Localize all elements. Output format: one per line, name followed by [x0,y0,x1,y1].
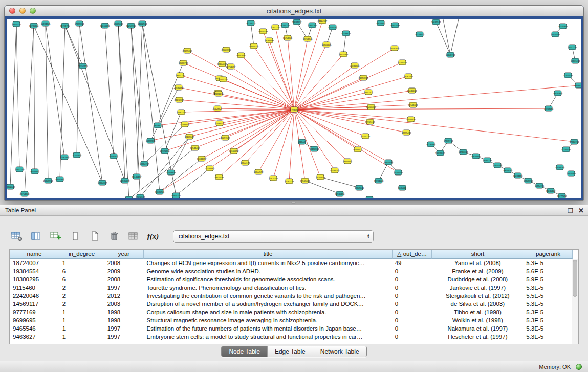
graph-node[interactable]: 12754702 [219,77,228,82]
table-row[interactable]: 1456911722003Disruption of a novel membe… [10,300,572,308]
graph-node[interactable]: 10931151 [271,25,280,30]
graph-edge[interactable] [187,51,294,110]
graph-node[interactable]: 17999354 [75,21,84,26]
graph-edge[interactable] [320,177,359,188]
graph-node[interactable]: 20128927 [213,106,223,111]
graph-node[interactable]: 18945951 [30,169,40,174]
graph-node[interactable]: 11282990 [60,155,70,160]
graph-edge[interactable] [294,110,411,119]
graph-edge[interactable] [160,159,202,192]
tab-network-table[interactable]: Network Table [313,346,366,357]
graph-node[interactable]: 19248602 [415,32,425,37]
graph-edge[interactable] [436,22,450,55]
graph-node[interactable]: 14704904 [567,171,576,176]
graph-node[interactable]: 16648704 [446,52,455,57]
graph-node[interactable]: 19302049 [7,184,15,189]
graph-edge[interactable] [165,112,181,151]
graph-edge[interactable] [294,65,355,110]
graph-node[interactable]: 18530212 [12,21,21,27]
graph-node[interactable]: 21926974 [160,148,170,154]
graph-node[interactable]: 17095603 [316,174,325,180]
column-header-pagerank[interactable]: pagerank [524,250,573,259]
graph-node[interactable]: 19277434 [571,58,580,63]
graph-node[interactable]: 14595043 [330,168,340,173]
graph-edge[interactable] [118,24,125,181]
splitter-grip-icon[interactable] [291,202,296,204]
graph-node[interactable]: 18301752 [176,73,185,78]
delete-trash-icon[interactable] [107,230,121,243]
graph-node[interactable]: 16406309 [366,104,376,110]
graph-node[interactable]: 19760354 [558,24,568,29]
graph-edge[interactable] [65,26,83,66]
table-row[interactable]: 946362711997Embryonic stem cells: a mode… [10,333,572,341]
graph-edge[interactable] [294,110,406,133]
graph-node[interactable]: 15824947 [376,20,386,26]
graph-node[interactable]: 1724092 [290,107,299,112]
graph-node[interactable]: 14662554 [138,21,147,26]
graph-node[interactable]: 19165527 [185,134,194,139]
column-header-year[interactable]: year [104,250,144,259]
graph-edge[interactable] [294,54,343,110]
table-settings-icon[interactable] [10,230,24,243]
graph-node[interactable]: 11731795 [60,23,70,28]
graph-node[interactable]: 14834903 [350,63,360,68]
graph-node[interactable]: 22495309 [183,48,192,53]
graph-edge[interactable] [79,24,102,183]
graph-edge[interactable] [294,110,388,162]
graph-edge[interactable] [183,63,294,110]
graph-node[interactable]: 18495497 [343,159,353,164]
graph-node[interactable]: 19647521 [364,90,374,95]
graph-edge[interactable] [16,24,19,169]
graph-node[interactable]: 12925375 [269,176,278,181]
graph-edge[interactable] [442,19,450,55]
graph-node[interactable]: 19088739 [179,60,188,65]
graph-edge[interactable] [105,26,114,156]
tab-edge-table[interactable]: Edge Table [268,346,313,357]
graph-node[interactable]: 16049404 [394,170,403,175]
graph-node[interactable]: 17544382 [205,166,215,171]
graph-node[interactable]: 19915168 [365,119,375,124]
graph-node[interactable]: 21853904 [359,75,368,80]
graph-node[interactable]: 23325241 [124,196,134,198]
column-header-title[interactable]: title [144,250,393,259]
graph-node[interactable]: 10854721 [535,183,545,188]
table-row[interactable]: 1872400712008Changes of HCN gene express… [10,259,572,267]
graph-node[interactable]: 17210704 [570,139,579,144]
graph-node[interactable]: 22204124 [361,134,371,139]
graph-node[interactable]: 16092090 [236,53,246,58]
graph-node[interactable]: 15284945 [41,21,51,26]
table-row[interactable]: 1830029562008Estimation of significance … [10,275,572,283]
table-row[interactable]: 977716911998Corpus callosum shape and si… [10,308,572,316]
graph-node[interactable]: 19734903 [339,52,349,57]
graph-node[interactable]: 16046404 [407,88,417,93]
graph-node[interactable]: 22751097 [226,64,236,69]
graph-edge[interactable] [294,110,347,161]
graph-node[interactable]: 20531469 [174,85,184,90]
graph-node[interactable]: 17903308 [166,170,176,175]
graph-node[interactable]: 16344557 [197,156,207,161]
graph-node[interactable]: 20351715 [78,63,88,69]
graph-node[interactable]: 17999355 [180,122,190,127]
graph-node[interactable]: 19349041 [355,185,364,190]
graph-node[interactable]: 19245402 [546,188,556,193]
graph-node[interactable]: 10790304 [29,23,39,28]
float-panel-icon[interactable]: ❐ [568,208,573,214]
graph-edge[interactable] [305,181,340,194]
graph-edge[interactable] [189,110,294,137]
graph-node[interactable]: 12610652 [229,148,239,154]
column-header-in_degree[interactable]: in_degree [59,250,104,259]
window-titlebar[interactable]: citations_edges.txt [5,6,583,16]
graph-node[interactable]: 16097029 [221,135,230,140]
graph-node[interactable]: 16251986 [126,23,136,28]
graph-node[interactable]: 18984707 [140,161,149,166]
graph-edge[interactable] [46,24,64,157]
graph-node[interactable]: 18264793 [483,158,492,163]
graph-edge[interactable] [46,24,48,181]
graph-node[interactable]: 18195274 [280,23,290,28]
graph-edge[interactable] [294,85,579,110]
graph-edge[interactable] [176,168,210,195]
graph-node[interactable]: 16840394 [553,91,563,96]
graph-node[interactable]: 12544402 [190,145,200,150]
graph-edge[interactable] [254,46,294,110]
graph-node[interactable]: 18281274 [214,91,224,96]
